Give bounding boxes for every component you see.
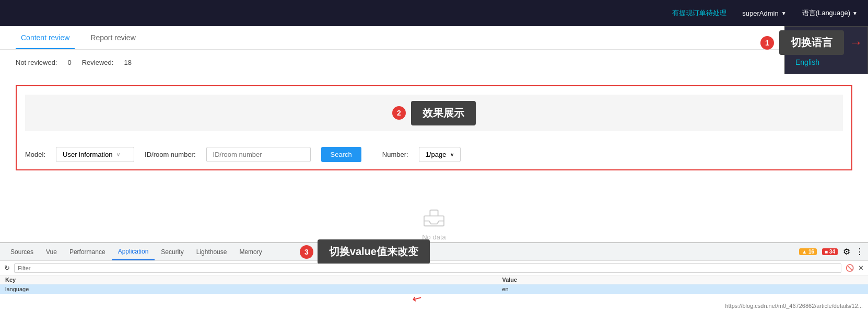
annotation-tooltip-1: 切换语言 (779, 30, 844, 55)
devtools-tabs: Sources Vue Performance Application Secu… (0, 243, 868, 261)
inbox-icon (421, 207, 447, 228)
stats-row: Not reviewed: 0 Reviewed: 18 ▶ Start (0, 50, 868, 75)
pending-orders-link[interactable]: 有提现订单待处理 (672, 8, 726, 18)
annotation-tooltip-2: 效果展示 (411, 101, 476, 125)
arrow-right-icon: → (849, 35, 863, 51)
page-caret-icon: ∨ (450, 152, 454, 157)
close-x-icon[interactable]: ✕ (858, 264, 864, 272)
annotation-badge-3: 3 (300, 245, 313, 259)
review-box: 2 效果展示 Model: User information ∨ ID/room… (16, 85, 852, 170)
top-nav: 有提现订单待处理 superAdmin ▼ 语言(Language) ▼ 1 切… (0, 0, 868, 26)
tabs-bar: Content review Report review (0, 26, 868, 50)
gear-icon[interactable]: ⚙ (843, 247, 850, 257)
search-button[interactable]: Search (321, 147, 361, 162)
error-badge: ■ 34 (822, 248, 838, 255)
filter-bar: Model: User information ∨ ID/room number… (17, 140, 851, 169)
model-caret-icon: ∨ (116, 152, 120, 157)
model-select[interactable]: User information ∨ (56, 147, 134, 162)
admin-user-menu[interactable]: superAdmin ▼ (742, 9, 786, 17)
reviewed-label: Reviewed: (82, 59, 114, 66)
cell-key: language (0, 284, 497, 294)
devtools-right-icons: ▲ 16 ■ 34 ⚙ ⋮ (799, 247, 864, 257)
demo-area: 2 效果展示 (25, 95, 843, 131)
reviewed-value: 18 (124, 59, 131, 66)
cell-value: en (497, 284, 868, 294)
annotation-tooltip-3: 切换value值来改变 (318, 239, 430, 264)
devtools-tab-application[interactable]: Application (112, 244, 155, 260)
id-label: ID/room number: (145, 151, 196, 158)
devtools-tab-vue[interactable]: Vue (40, 244, 63, 260)
not-reviewed-value: 0 (67, 59, 71, 66)
devtools-panel: Sources Vue Performance Application Secu… (0, 242, 868, 310)
blocked-icon[interactable]: 🚫 (846, 264, 854, 272)
page-select[interactable]: 1/page ∨ (419, 147, 461, 162)
page-value: 1/page (426, 151, 447, 158)
devtools-tab-memory[interactable]: Memory (233, 244, 268, 260)
col-value: Value (497, 275, 868, 284)
admin-username: superAdmin (742, 9, 778, 17)
arrow3-annotation: ↗ (413, 292, 422, 306)
devtools-tab-lighthouse[interactable]: Lighthouse (190, 244, 233, 260)
warning-badge: ▲ 16 (799, 248, 817, 255)
devtools-filter-input[interactable] (14, 263, 841, 273)
annotation3-inline: 3 切换value值来改变 (300, 239, 430, 264)
url-bar: https://blog.csdn.net/m0_46726862/articl… (720, 302, 868, 310)
number-label: Number: (382, 151, 408, 158)
not-reviewed-label: Not reviewed: (16, 59, 57, 66)
refresh-icon[interactable]: ↻ (4, 264, 10, 272)
devtools-tab-performance[interactable]: Performance (63, 244, 112, 260)
storage-table: Key Value languageen (0, 275, 868, 294)
id-room-input[interactable] (206, 147, 311, 162)
model-value: User information (63, 151, 112, 158)
devtools-tab-sources[interactable]: Sources (4, 244, 40, 260)
language-label: 语言(Language) (802, 8, 851, 18)
model-label: Model: (25, 151, 45, 158)
table-row[interactable]: languageen (0, 284, 868, 294)
col-key: Key (0, 275, 497, 284)
dots-icon[interactable]: ⋮ (855, 247, 864, 257)
devtools-tab-security[interactable]: Security (155, 244, 190, 260)
main-content: Content review Report review Not reviewe… (0, 26, 868, 257)
language-menu[interactable]: 语言(Language) ▼ (802, 8, 858, 18)
tab-report-review[interactable]: Report review (85, 26, 140, 49)
language-caret-icon: ▼ (852, 10, 858, 16)
annotation1-area: 1 切换语言 → (760, 30, 863, 55)
admin-caret-icon: ▼ (781, 10, 787, 16)
tab-content-review[interactable]: Content review (16, 26, 75, 49)
annotation-badge-2: 2 (392, 106, 406, 120)
annotation-badge-1: 1 (760, 36, 774, 50)
devtools-filter-row: ↻ 🚫 ✕ (0, 261, 868, 275)
